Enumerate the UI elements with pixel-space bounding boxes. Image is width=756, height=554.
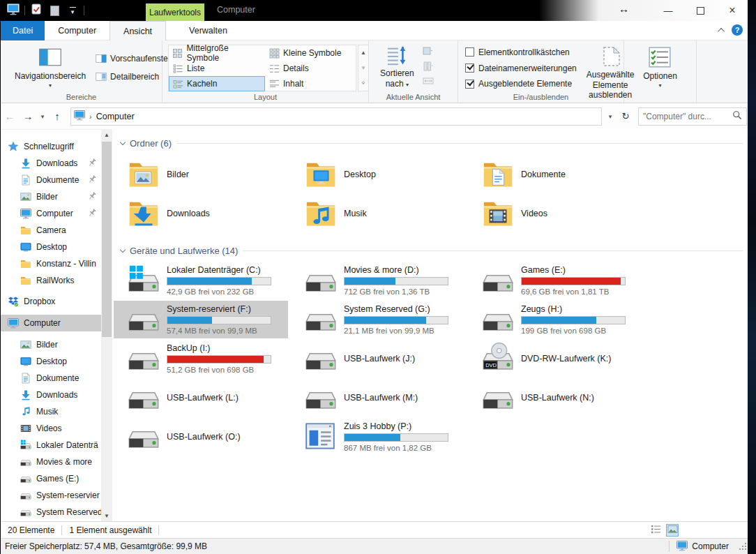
checkbox-dateinamenerweiterungen[interactable]: Dateinamenerweiterungen <box>465 61 577 76</box>
sidebar-item-downloads[interactable]: Downloads <box>1 387 101 403</box>
sidebar-item-system-reserved[interactable]: System Reserved <box>1 504 101 521</box>
tab-computer[interactable]: Computer <box>45 21 109 40</box>
close-button[interactable]: × <box>716 0 748 21</box>
sidebar-item-dokumente[interactable]: Dokumente <box>1 370 101 387</box>
drive-tile-games-e-[interactable]: Games (E:)69,6 GB frei von 1,81 TB <box>468 262 642 299</box>
collapse-section-icon[interactable] <box>120 246 126 252</box>
group-by-icon[interactable] <box>423 46 434 57</box>
section-header-drives[interactable]: Geräte und Laufwerke (14) <box>121 244 743 257</box>
drive-tile-zuis-3-hobby-p-[interactable]: Zuis 3 Hobby (P:)867 MB frei von 1,82 GB <box>291 418 465 456</box>
tab-ansicht[interactable]: Ansicht <box>109 21 166 40</box>
drive-tile-usb-laufwerk-j-[interactable]: USB-Laufwerk (J:) <box>291 340 465 377</box>
minimize-button[interactable]: — <box>652 0 684 21</box>
context-tab-header[interactable]: Laufwerktools <box>146 3 204 21</box>
collapse-section-icon[interactable] <box>120 139 126 144</box>
drive-tile-usb-laufwerk-l-[interactable]: USB-Laufwerk (L:) <box>114 379 288 417</box>
help-icon[interactable]: ? <box>732 24 743 36</box>
folder-tile-videos[interactable]: Videos <box>468 195 642 232</box>
sidebar-item-computer[interactable]: Computer <box>1 315 101 331</box>
add-columns-icon[interactable] <box>423 61 434 72</box>
sidebar-item-desktop[interactable]: Desktop <box>1 239 101 255</box>
sidebar-item-computer[interactable]: Computer <box>1 205 101 222</box>
refresh-icon[interactable]: ↻ <box>619 111 633 121</box>
checkbox-icon[interactable] <box>465 80 474 89</box>
layout-option-inhalt[interactable]: Inhalt <box>265 76 356 91</box>
sidebar-item-videos[interactable]: Videos <box>1 420 101 437</box>
resize-grip[interactable] <box>739 542 747 551</box>
thumbnails-view-icon[interactable] <box>666 524 679 537</box>
sidebar-item-bilder[interactable]: Bilder <box>1 188 101 205</box>
sidebar-item-bilder[interactable]: Bilder <box>1 336 101 353</box>
sidebar-item-desktop[interactable]: Desktop <box>1 353 101 370</box>
layout-option-kacheln[interactable]: Kacheln <box>169 76 265 91</box>
checkbox-icon[interactable] <box>465 63 474 73</box>
details-view-icon[interactable] <box>649 524 662 537</box>
sidebar-item-games-e-[interactable]: Games (E:) <box>1 470 101 487</box>
address-bar[interactable]: › Computer <box>70 107 602 126</box>
customize-qat-icon[interactable]: ▾ <box>66 3 80 17</box>
folder-tile-musik[interactable]: Musik <box>291 195 465 232</box>
drive-tile-movies-more-d-[interactable]: Movies & more (D:)712 GB frei von 1,36 T… <box>291 262 465 299</box>
sidebar-item-system-reservier[interactable]: System-reservier <box>1 487 101 504</box>
up-icon[interactable]: ↑ <box>48 110 66 122</box>
drive-tile-usb-laufwerk-m-[interactable]: USB-Laufwerk (M:) <box>291 379 465 417</box>
folder-tile-bilder[interactable]: Bilder <box>114 156 288 193</box>
breadcrumb[interactable]: Computer <box>96 112 135 121</box>
drive-tile-dvd-rw-laufwerk-k-[interactable]: DVDDVD-RW-Laufwerk (K:) <box>468 340 642 377</box>
drive-tile-zeugs-h-[interactable]: Zeugs (H:)199 GB frei von 698 GB <box>468 301 642 338</box>
back-icon[interactable]: ← <box>1 110 19 122</box>
sidebar-item-dropbox[interactable]: Dropbox <box>1 293 101 310</box>
drive-tile-usb-laufwerk-n-[interactable]: USB-Laufwerk (N:) <box>468 379 642 417</box>
drive-tile-system-reserviert-f-[interactable]: System-reserviert (F:)57,4 MB frei von 9… <box>114 301 288 338</box>
gallery-scroll-down-icon: ▼ <box>358 61 368 76</box>
qat-separator <box>84 6 84 15</box>
gallery-scrollbar[interactable]: ▲ ▼ ⩒ <box>358 45 369 91</box>
drive-tile-system-reserved-g-[interactable]: System Reserved (G:)21,1 MB frei von 99,… <box>291 301 465 338</box>
section-header-folders[interactable]: Ordner (6) <box>121 136 743 150</box>
computer-icon[interactable] <box>6 3 20 17</box>
tab-verwalten[interactable]: Verwalten <box>176 21 241 40</box>
scroll-down-icon[interactable]: ▼ <box>101 510 112 521</box>
sidebar-item-lokaler-datentr-[interactable]: Lokaler Datenträ <box>1 437 101 454</box>
folder-tile-desktop[interactable]: Desktop <box>291 156 465 193</box>
drive-tile-backup-i-[interactable]: BackUp (I:)51,2 GB frei von 698 GB <box>114 340 288 377</box>
drive-tile-usb-laufwerk-o-[interactable]: USB-Laufwerk (O:) <box>114 418 288 456</box>
layout-option-liste[interactable]: Liste <box>169 61 265 76</box>
drive-tile-lokaler-datentr-ger-c-[interactable]: Lokaler Datenträger (C:)42,9 GB frei von… <box>114 262 288 299</box>
checkbox-icon[interactable] <box>465 47 474 57</box>
search-icon[interactable] <box>732 110 742 123</box>
layout-option-kleine-symbole[interactable]: Kleine Symbole <box>265 45 356 61</box>
search-input[interactable] <box>643 112 732 121</box>
folder-tile-downloads[interactable]: Downloads <box>114 195 288 232</box>
scrollbar-thumb[interactable] <box>102 142 112 337</box>
address-dropdown-icon[interactable]: ▾ <box>603 113 617 120</box>
checkbox-elementkontrollk-stchen[interactable]: Elementkontrollkästchen <box>465 45 577 60</box>
details-pane-button[interactable]: Detailbereich <box>93 69 174 84</box>
tab-datei[interactable]: Datei <box>1 21 45 40</box>
sidebar-item-konstanz-villin[interactable]: Konstanz - Villin <box>1 255 101 272</box>
sidebar-item-dokumente[interactable]: Dokumente <box>1 172 101 188</box>
sidebar-item-downloads[interactable]: Downloads <box>1 155 101 172</box>
sidebar-item-schnellzugriff[interactable]: Schnellzugriff <box>1 138 101 155</box>
new-folder-icon[interactable] <box>47 3 61 17</box>
size-columns-icon[interactable] <box>423 75 434 87</box>
history-dropdown-icon[interactable]: ▾ <box>37 113 48 120</box>
forward-icon[interactable]: → <box>19 110 37 122</box>
properties-icon[interactable] <box>29 3 43 17</box>
folder-tile-dokumente[interactable]: Dokumente <box>468 156 642 193</box>
sidebar-item-movies-more[interactable]: Movies & more <box>1 454 101 470</box>
checkbox-ausgeblendete-elemente[interactable]: Ausgeblendete Elemente <box>465 76 577 91</box>
sort-by-button[interactable]: Sortieren nach ▾ <box>376 43 418 91</box>
maximize-button[interactable] <box>684 0 716 21</box>
sidebar-scrollbar[interactable]: ▲ ▼ <box>101 129 112 521</box>
layout-option-details[interactable]: Details <box>265 61 356 76</box>
navigation-pane-button[interactable]: Navigationsbereich ▾ <box>10 43 90 91</box>
sidebar-item-railworks[interactable]: RailWorks <box>1 272 101 289</box>
scroll-up-icon[interactable]: ▲ <box>101 129 112 140</box>
options-button[interactable]: Optionen ▾ <box>639 43 681 91</box>
sidebar-item-camera[interactable]: Camera <box>1 222 101 239</box>
layout-option-mittelgro-e-symbole[interactable]: Mittelgroße Symbole <box>169 45 265 61</box>
sidebar-item-musik[interactable]: Musik <box>1 403 101 420</box>
preview-pane-button[interactable]: Vorschaufenster <box>93 51 174 66</box>
search-box[interactable] <box>638 107 747 126</box>
